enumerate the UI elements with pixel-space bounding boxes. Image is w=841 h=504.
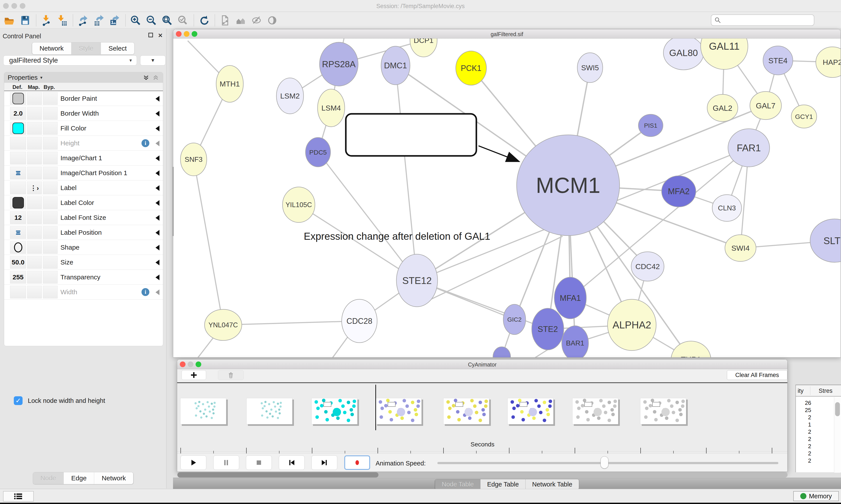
- map-cell[interactable]: [27, 211, 42, 224]
- table-cell-value[interactable]: 1: [801, 421, 811, 428]
- expand-arrow-icon[interactable]: [156, 230, 159, 236]
- document-share-button[interactable]: [219, 14, 231, 27]
- expand-arrow-icon[interactable]: [156, 260, 159, 265]
- default-swatch[interactable]: [13, 197, 24, 209]
- record-button[interactable]: [344, 455, 370, 470]
- default-value[interactable]: 2.0: [14, 110, 23, 117]
- tab-network-table[interactable]: Network Table: [526, 479, 579, 489]
- def-cell[interactable]: [10, 167, 26, 179]
- memory-button[interactable]: Memory: [793, 491, 839, 501]
- import-table-button[interactable]: [56, 14, 68, 27]
- refresh-button[interactable]: [198, 14, 210, 27]
- mapping-icon[interactable]: ⋮›: [30, 184, 39, 192]
- expand-arrow-icon[interactable]: [156, 245, 159, 250]
- eye-hidden-button[interactable]: [250, 14, 263, 27]
- annotation-callout[interactable]: [346, 114, 476, 156]
- default-swatch[interactable]: [13, 123, 24, 134]
- timeline-frame-6[interactable]: [507, 398, 553, 424]
- homes-button[interactable]: [234, 14, 247, 27]
- table-cell-value[interactable]: 2: [801, 450, 811, 457]
- timeline-frame-2[interactable]: [246, 398, 292, 424]
- expand-arrow-icon[interactable]: [156, 274, 159, 280]
- stop-button[interactable]: [246, 455, 272, 470]
- byp-cell[interactable]: [43, 241, 58, 254]
- def-cell[interactable]: [10, 286, 26, 299]
- default-swatch[interactable]: [13, 93, 24, 104]
- expand-arrow-icon[interactable]: [156, 215, 159, 221]
- default-value[interactable]: 12: [15, 214, 22, 221]
- zoom-out-button[interactable]: [145, 14, 158, 27]
- def-cell[interactable]: 12: [10, 211, 26, 224]
- position-icon[interactable]: [15, 229, 22, 236]
- tab-node-table[interactable]: Node Table: [435, 479, 481, 489]
- timeline-frame-8[interactable]: [640, 398, 686, 424]
- tab-edge[interactable]: Edge: [64, 472, 94, 484]
- property-row-label-position[interactable]: Label Position: [4, 225, 163, 240]
- edge[interactable]: [194, 159, 223, 325]
- map-cell[interactable]: [27, 196, 42, 209]
- tab-select[interactable]: Select: [101, 42, 134, 54]
- expand-arrow-icon[interactable]: [156, 170, 159, 176]
- table-cell-value[interactable]: 26: [801, 399, 811, 406]
- expand-all-icon[interactable]: [143, 74, 149, 81]
- def-cell[interactable]: [10, 226, 26, 239]
- tab-edge-table[interactable]: Edge Table: [481, 479, 526, 489]
- property-row-fill-color[interactable]: Fill Color: [4, 121, 163, 136]
- def-cell[interactable]: [10, 181, 26, 194]
- def-cell[interactable]: [10, 152, 26, 164]
- network-left-scrollbar[interactable]: [173, 167, 174, 236]
- map-cell[interactable]: [27, 92, 42, 105]
- save-button[interactable]: [19, 14, 32, 27]
- edge[interactable]: [318, 152, 417, 281]
- byp-cell[interactable]: [43, 271, 58, 284]
- open-folder-button[interactable]: [3, 14, 16, 27]
- table-cell-value[interactable]: 2: [801, 457, 811, 464]
- ellipse-shape-icon[interactable]: [13, 242, 23, 253]
- clear-all-frames-button[interactable]: Clear All Frames: [727, 370, 787, 380]
- property-row-height[interactable]: Heighti: [4, 136, 163, 151]
- byp-cell[interactable]: [43, 107, 58, 120]
- byp-cell[interactable]: [43, 137, 58, 149]
- tab-network[interactable]: Network: [94, 472, 133, 484]
- map-cell[interactable]: [27, 226, 42, 239]
- node-unlabeled[interactable]: [493, 347, 511, 357]
- byp-cell[interactable]: [43, 181, 58, 194]
- byp-cell[interactable]: [43, 92, 58, 105]
- skip-start-button[interactable]: [279, 455, 305, 470]
- def-cell[interactable]: [10, 137, 26, 149]
- byp-cell[interactable]: [43, 152, 58, 164]
- property-row-size[interactable]: 50.0Size: [4, 255, 163, 270]
- def-cell[interactable]: 2.0: [10, 107, 26, 120]
- byp-cell[interactable]: [43, 256, 58, 269]
- tab-style[interactable]: Style: [71, 42, 101, 54]
- table-cell-value[interactable]: 2: [801, 443, 811, 450]
- table-scrollbar[interactable]: [834, 397, 841, 473]
- map-cell[interactable]: [27, 256, 42, 269]
- close-panel-icon[interactable]: ✕: [158, 32, 163, 39]
- pause-button[interactable]: [213, 455, 239, 470]
- search-box[interactable]: [711, 15, 814, 26]
- style-selector[interactable]: galFiltered Style ▾: [3, 55, 137, 66]
- property-row-label[interactable]: ⋮›Label: [4, 180, 163, 195]
- float-window-icon[interactable]: [148, 32, 154, 38]
- map-cell[interactable]: [27, 122, 42, 134]
- annotation-box[interactable]: [346, 114, 476, 156]
- table-scrollbar-thumb[interactable]: [835, 402, 840, 416]
- expand-arrow-icon[interactable]: [156, 185, 159, 191]
- expand-arrow-icon[interactable]: [156, 289, 159, 295]
- expand-arrow-icon[interactable]: [156, 96, 159, 102]
- map-cell[interactable]: ⋮›: [27, 181, 42, 194]
- expand-arrow-icon[interactable]: [156, 141, 159, 146]
- network-canvas[interactable]: DCP1DMC1RPS28APCK1SWI5MTH1LSM2LSM4GAL80G…: [173, 38, 841, 357]
- play-button[interactable]: [180, 455, 206, 470]
- map-cell[interactable]: [27, 286, 42, 299]
- property-row-width[interactable]: Widthi: [4, 285, 163, 300]
- map-cell[interactable]: [27, 152, 42, 164]
- def-cell[interactable]: [10, 196, 26, 209]
- def-cell[interactable]: [10, 92, 26, 105]
- zoom-fit-button[interactable]: [161, 14, 174, 27]
- table-cell-value[interactable]: 2: [801, 436, 811, 443]
- table-cell-value[interactable]: 25: [801, 407, 811, 414]
- table-header[interactable]: ity Stres: [796, 385, 841, 396]
- show-panels-button[interactable]: [3, 491, 34, 502]
